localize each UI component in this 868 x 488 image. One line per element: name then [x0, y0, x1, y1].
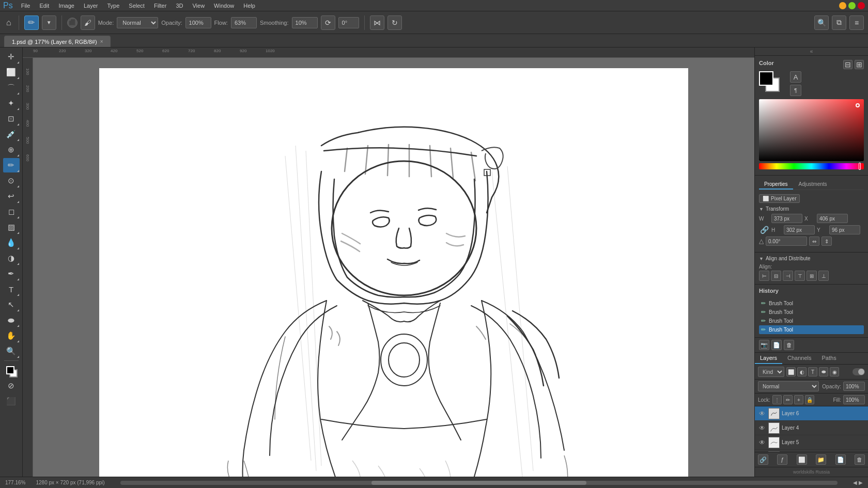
- layers-tab-layers[interactable]: Layers: [755, 353, 782, 364]
- align-center-h-button[interactable]: ⊟: [771, 271, 781, 281]
- layer-5-visibility[interactable]: 👁: [758, 438, 766, 447]
- brush-options-button[interactable]: ▼: [42, 15, 56, 30]
- layer-filter-smart[interactable]: ◉: [830, 367, 839, 376]
- maximize-button[interactable]: [848, 2, 856, 9]
- flow-input[interactable]: [231, 17, 257, 28]
- menu-layer[interactable]: Layer: [80, 2, 102, 10]
- eyedropper-tool[interactable]: 💉: [3, 127, 20, 141]
- layers-tab-channels[interactable]: Channels: [782, 353, 816, 364]
- transform-angle-input[interactable]: [766, 237, 807, 246]
- color-text-icon[interactable]: A: [790, 71, 801, 83]
- smoothing-input[interactable]: [292, 17, 318, 28]
- layer-filter-toggle[interactable]: [853, 368, 865, 375]
- blur-tool[interactable]: 💧: [3, 235, 20, 250]
- crop-tool[interactable]: ⊡: [3, 112, 20, 126]
- canvas-viewport[interactable]: [33, 58, 754, 477]
- clone-tool[interactable]: ⊙: [3, 174, 20, 188]
- dodge-tool[interactable]: ◑: [3, 251, 20, 265]
- lock-all-button[interactable]: 🔒: [805, 395, 814, 404]
- brush-tool[interactable]: ✏: [3, 158, 20, 172]
- mode-select[interactable]: Normal: [117, 17, 158, 28]
- angle-indicator[interactable]: ⟳: [321, 15, 335, 30]
- brush-tool-button[interactable]: ✏: [24, 15, 39, 30]
- align-top-button[interactable]: ⊤: [795, 271, 805, 281]
- document-tab[interactable]: 1.psd @ 177% (Layer 6, RGB/8#) ×: [4, 36, 111, 47]
- status-arrows[interactable]: ◀ ▶: [853, 480, 863, 485]
- layer-6-visibility[interactable]: 👁: [758, 410, 766, 418]
- align-right-button[interactable]: ⊣: [783, 271, 793, 281]
- menu-image[interactable]: Image: [54, 2, 79, 10]
- align-section-collapse[interactable]: [759, 256, 764, 261]
- flip-v-button[interactable]: ⇕: [822, 237, 832, 246]
- shape-tool[interactable]: ⬬: [3, 313, 20, 327]
- height-input[interactable]: [784, 225, 815, 234]
- layer-item-5[interactable]: 👁 Layer 5: [755, 435, 868, 450]
- color-spectrum-bar[interactable]: [759, 163, 864, 169]
- history-item-0[interactable]: ✏ Brush Tool: [759, 299, 864, 308]
- foreground-swatch[interactable]: [759, 71, 773, 86]
- history-new-state-button[interactable]: 📄: [771, 340, 782, 350]
- foreground-color[interactable]: [3, 363, 20, 377]
- y-input[interactable]: [829, 225, 860, 234]
- minimize-button[interactable]: [839, 2, 846, 9]
- delete-layer-button[interactable]: 🗑: [855, 454, 865, 465]
- home-icon[interactable]: ⌂: [4, 16, 13, 29]
- move-tool[interactable]: ✛: [3, 50, 20, 64]
- history-delete-button[interactable]: 🗑: [784, 340, 794, 350]
- layers-kind-select[interactable]: Kind: [758, 367, 784, 377]
- history-item-2[interactable]: ✏ Brush Tool: [759, 317, 864, 325]
- transform-section-header[interactable]: [759, 207, 764, 212]
- type-tool[interactable]: T: [3, 282, 20, 296]
- gradient-tool[interactable]: ▨: [3, 220, 20, 234]
- color-paragraph-icon[interactable]: ¶: [790, 85, 801, 96]
- history-item-1[interactable]: ✏ Brush Tool: [759, 308, 864, 317]
- marquee-tool[interactable]: ⬜: [3, 65, 20, 80]
- layer-filter-pixel[interactable]: ⬜: [786, 367, 796, 376]
- drawing-canvas[interactable]: [99, 68, 688, 477]
- eraser-tool[interactable]: ◻: [3, 204, 20, 219]
- layer-filter-shape[interactable]: ⬬: [819, 367, 828, 376]
- brush-rotation-button[interactable]: ↻: [388, 15, 402, 30]
- link-layers-button[interactable]: 🔗: [758, 454, 768, 465]
- path-select-tool[interactable]: ↖: [3, 297, 20, 312]
- new-layer-button[interactable]: 📄: [835, 454, 846, 465]
- panel-collapse-handle[interactable]: «: [755, 48, 868, 56]
- color-view-2[interactable]: ⊞: [855, 60, 864, 69]
- history-brush-tool[interactable]: ↩: [3, 189, 20, 203]
- x-input[interactable]: [817, 214, 848, 223]
- lock-artboard-button[interactable]: +: [794, 395, 803, 404]
- lock-pixels-button[interactable]: ⋮: [772, 395, 782, 404]
- color-picker-gradient[interactable]: [759, 99, 864, 161]
- lasso-tool[interactable]: ⌒: [3, 81, 20, 95]
- healing-tool[interactable]: ⊕: [3, 143, 20, 157]
- flip-h-button[interactable]: ⇔: [809, 237, 819, 246]
- layer-4-visibility[interactable]: 👁: [758, 424, 766, 432]
- layer-filter-adjust[interactable]: ◐: [797, 367, 807, 376]
- lock-position-button[interactable]: ✏: [783, 395, 793, 404]
- pen-tool[interactable]: ✒: [3, 266, 20, 281]
- erase-toggle[interactable]: ⬛: [67, 18, 78, 28]
- symmetry-button[interactable]: ⋈: [370, 15, 384, 30]
- new-group-button[interactable]: 📁: [816, 454, 826, 465]
- menu-edit[interactable]: Edit: [35, 2, 53, 10]
- brush-preset-picker[interactable]: 🖌: [81, 15, 95, 30]
- layer-item-6[interactable]: 👁 Layer 6: [755, 406, 868, 421]
- tab-adjustments[interactable]: Adjustments: [794, 180, 832, 190]
- layer-item-4[interactable]: 👁 Layer 4: [755, 421, 868, 435]
- wand-tool[interactable]: ✦: [3, 96, 20, 111]
- fill-value-input[interactable]: [843, 395, 865, 404]
- opacity-input[interactable]: [185, 17, 211, 28]
- color-view-1[interactable]: ⊟: [843, 60, 853, 69]
- hand-tool[interactable]: ✋: [3, 328, 20, 343]
- history-snapshot-button[interactable]: 📷: [759, 340, 769, 350]
- blend-mode-select[interactable]: Normal: [758, 381, 819, 391]
- extras-button[interactable]: ≡: [849, 15, 864, 30]
- menu-file[interactable]: File: [17, 2, 35, 10]
- add-mask-button[interactable]: ⬜: [797, 454, 807, 465]
- align-middle-v-button[interactable]: ⊞: [807, 271, 817, 281]
- chain-link-icon[interactable]: 🔗: [759, 226, 769, 234]
- menu-3d[interactable]: 3D: [172, 2, 187, 10]
- menu-window[interactable]: Window: [210, 2, 238, 10]
- width-input[interactable]: [771, 214, 802, 223]
- layer-filter-type[interactable]: T: [808, 367, 817, 376]
